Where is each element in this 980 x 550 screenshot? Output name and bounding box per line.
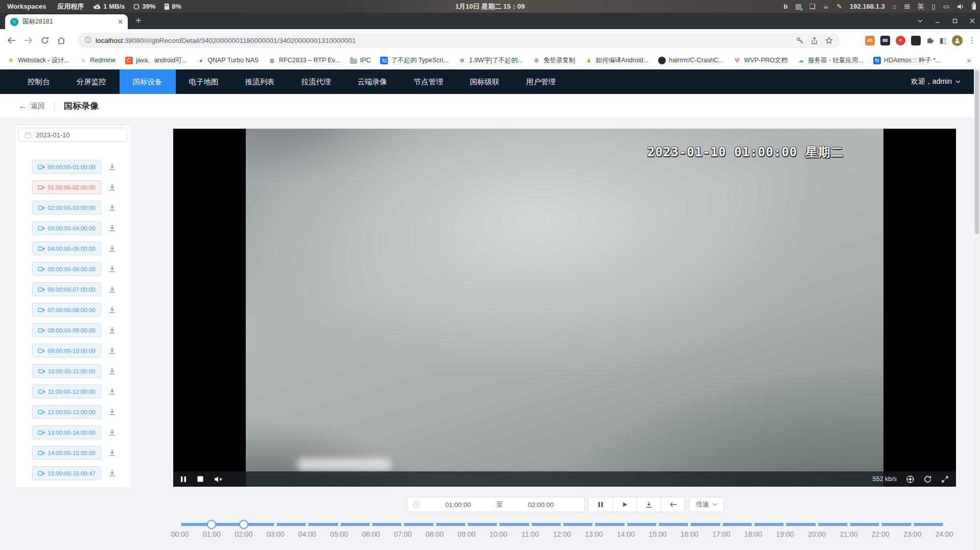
pause-icon[interactable] (180, 476, 186, 483)
segment-button[interactable]: 11:00:00-12:00:00 (32, 385, 101, 398)
notes-icon[interactable]: ▤ (796, 3, 802, 10)
bookmark-item[interactable]: N HDAtmos :: 种子 *... (873, 56, 941, 65)
download-icon[interactable] (108, 224, 116, 232)
segment-button[interactable]: 14:00:00-15:00:00 (32, 446, 101, 460)
segment-button[interactable]: 13:00:00-14:00:00 (32, 425, 101, 439)
bookmark-item[interactable]: ⊕ 1.8W字|了不起的... (458, 56, 523, 65)
download-icon[interactable] (108, 265, 116, 273)
blocker-extension-icon[interactable]: ✕ (896, 36, 905, 45)
puzzle-extensions-icon[interactable] (926, 37, 934, 44)
mute-icon[interactable] (214, 476, 223, 483)
nav-item-9[interactable]: 国标级联 (457, 69, 513, 94)
nav-item-3[interactable]: 国标设备 (120, 69, 176, 94)
slider-handle[interactable] (207, 520, 216, 529)
download-icon[interactable] (108, 163, 116, 171)
tab-search-chevron-icon[interactable] (918, 19, 923, 22)
bookmark-item[interactable]: ◕ QNAP Turbo NAS (197, 57, 259, 64)
segment-button[interactable]: 06:00:00-07:00:00 (32, 282, 101, 296)
segment-button[interactable]: 02:00:00-03:00:00 (32, 201, 101, 214)
bookmark-item[interactable]: ☁ 服务器 - 轻量应用... (797, 56, 864, 65)
nav-item-6[interactable]: 拉流代理 (288, 69, 344, 94)
time-range-input[interactable]: 01:00:00 至 02:00:00 (407, 497, 585, 512)
volume-icon[interactable] (957, 4, 964, 10)
download-icon[interactable] (108, 204, 116, 211)
segment-button[interactable]: 12:00:00-13:00:00 (32, 405, 101, 419)
pause-button[interactable] (589, 497, 613, 512)
nav-item-2[interactable]: 分屏监控 (63, 69, 120, 94)
download-icon[interactable] (108, 285, 116, 293)
bookmark-item[interactable]: ∩ Redmine (79, 57, 115, 64)
page-scrollbar[interactable] (974, 69, 980, 550)
maximize-window-icon[interactable] (952, 18, 958, 23)
download-icon[interactable] (108, 306, 116, 314)
segment-button[interactable]: 01:00:00-02:00:00 (32, 180, 101, 194)
home-icon[interactable] (57, 37, 65, 44)
nav-item-5[interactable]: 推流列表 (232, 69, 288, 94)
back-icon[interactable] (7, 37, 16, 44)
bookmark-item[interactable]: ❖ Webstack - 设计... (7, 56, 69, 65)
speed-dropdown[interactable]: 倍速 (689, 497, 724, 512)
side-panel-icon[interactable]: ◧ (940, 36, 946, 44)
nav-item-7[interactable]: 云端录像 (344, 69, 401, 94)
download-icon[interactable] (108, 469, 116, 477)
address-bar[interactable]: ⓘ localhost:38080/#/gbRecordDetail/34020… (78, 33, 840, 48)
site-info-icon[interactable]: ⓘ (85, 36, 91, 45)
snapshot-aperture-icon[interactable] (906, 475, 914, 483)
timeline-slider[interactable] (180, 523, 944, 526)
download-icon[interactable] (108, 408, 116, 416)
segment-button[interactable]: 10:00:00-11:00:00 (32, 364, 101, 378)
slider-handle[interactable] (239, 520, 248, 529)
download-icon[interactable] (108, 367, 116, 375)
user-menu[interactable]: 欢迎，admin (911, 69, 980, 94)
color-picker-icon[interactable]: ✎ (836, 3, 842, 10)
forward-icon[interactable] (24, 37, 33, 44)
badge-88-extension-icon[interactable]: 88 (880, 36, 890, 45)
segment-button[interactable]: 09:00:00-10:00:00 (32, 344, 101, 357)
js-extension-icon[interactable]: JS (865, 36, 875, 45)
ip-address-label[interactable]: 192.168.1.3 (850, 3, 885, 10)
dark-extension-icon[interactable] (911, 36, 921, 45)
video-player[interactable]: 2023-01-10 01:00:00 星期二 552 kb/s (173, 129, 956, 487)
segment-button[interactable]: 00:00:00-01:00:00 (32, 160, 101, 174)
range-end-value[interactable]: 02:00:00 (503, 501, 579, 509)
download-icon[interactable] (108, 326, 116, 334)
scrollbar-thumb[interactable] (975, 70, 979, 234)
bookmark-item[interactable]: ⊕ 免登录复制 (532, 56, 575, 65)
download-icon[interactable] (108, 388, 116, 395)
bookmarks-overflow-chevron[interactable]: » (967, 56, 971, 64)
nav-item-1[interactable]: 控制台 (14, 69, 63, 94)
copy-icon[interactable]: ❏ (809, 3, 815, 10)
refresh-icon[interactable] (924, 475, 931, 483)
download-icon[interactable] (108, 347, 116, 354)
new-tab-button[interactable] (132, 14, 145, 27)
fullscreen-icon[interactable] (941, 475, 949, 483)
bookmark-item[interactable]: IPC (350, 57, 371, 64)
bookmark-item[interactable]: C java、android可... (125, 56, 187, 65)
profile-avatar[interactable] (952, 35, 963, 46)
password-key-icon[interactable] (796, 37, 804, 44)
minimize-window-icon[interactable] (935, 18, 940, 23)
bookmark-item[interactable]: hairrrrr/C-CrashC... (658, 57, 724, 64)
workspaces-switcher-icon[interactable]: ⊞ (904, 3, 910, 10)
bookmark-item[interactable]: 知 了不起的 TypeScri... (380, 56, 449, 65)
tablet-icon[interactable]: ▯ (932, 3, 936, 10)
browser-menu-kebab-icon[interactable]: ⋮ (968, 36, 976, 45)
reload-icon[interactable] (41, 36, 49, 44)
segment-button[interactable]: 04:00:00-05:00:00 (32, 242, 101, 255)
download-record-button[interactable] (637, 497, 661, 512)
download-icon[interactable] (108, 245, 116, 252)
segment-button[interactable]: 07:00:00-08:00:00 (32, 303, 101, 317)
share-icon[interactable] (811, 37, 818, 44)
bookmark-item[interactable]: Ψ WVP-PRO文档 (733, 56, 787, 65)
bookmark-item[interactable]: ◍ RFC2833 – RTP Ev... (268, 57, 340, 64)
display-icon[interactable]: ▭ (943, 3, 949, 10)
download-icon[interactable] (108, 183, 116, 191)
nav-item-8[interactable]: 节点管理 (401, 69, 457, 94)
workspaces-button[interactable]: Workspaces (7, 3, 46, 10)
bookmark-star-icon[interactable] (825, 37, 833, 44)
segment-button[interactable]: 15:00:00-15:09:47 (32, 466, 101, 480)
bookmark-item[interactable]: ♟ 如何编译Android... (585, 56, 649, 65)
seek-back-button[interactable] (661, 497, 685, 512)
input-method-indicator[interactable]: 英 (918, 2, 924, 11)
segment-button[interactable]: 03:00:00-04:00:00 (32, 221, 101, 235)
